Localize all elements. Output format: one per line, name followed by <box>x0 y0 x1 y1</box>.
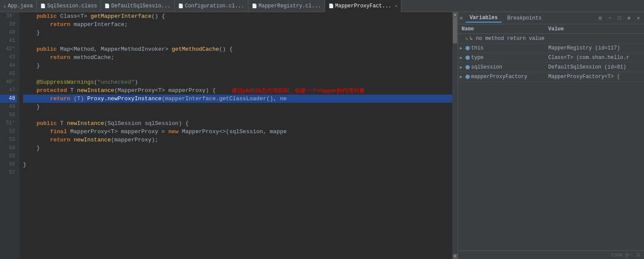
panel-tab-bar: ⊞ Variables Breakpoints ⊡ − □ ⚙ ✕ <box>458 12 644 24</box>
keyword-return-48: return <box>50 95 70 103</box>
code-line-40: } <box>23 29 452 37</box>
inline-comment-47: 通过jdk的动态代理机制，创建一个mapper的代理对象 <box>216 86 365 95</box>
defaultsql-file-icon: 📄 <box>104 3 110 9</box>
type-expand-arrow[interactable]: ▶ <box>460 55 464 60</box>
var-name-sqlsession: ▶ sqlSession <box>458 64 545 70</box>
var-value-mapperproxyfactory: MapperProxyFactory<T> ( <box>545 74 644 80</box>
var-row-no-return[interactable]: ↳ ↳ no method return value <box>458 34 644 43</box>
code-editor[interactable]: public Class<T> getMapperInterface() { r… <box>20 12 452 259</box>
this-expand-arrow[interactable]: ▶ <box>460 46 464 51</box>
panel-action-icons: ⊡ − □ ⚙ ✕ <box>596 14 642 22</box>
line-num-38: 38° <box>0 12 17 20</box>
tab-close-button[interactable]: ✕ <box>395 3 397 9</box>
tab-configuration[interactable]: 📄 Configuration.cl... <box>175 0 248 12</box>
line-num-43: 43 <box>0 53 17 62</box>
mapperregistry-file-icon: 📄 <box>252 3 257 9</box>
this-dot-icon <box>465 46 470 50</box>
line-num-40: 40 <box>0 29 17 37</box>
configuration-file-icon: 📄 <box>178 3 183 9</box>
scrollbar-thumb[interactable] <box>453 17 457 43</box>
tab-mapperregistry[interactable]: 📄 MapperRegistry.cl... <box>248 0 325 12</box>
keyword-public-51: public <box>36 119 57 128</box>
app-file-icon: ☕ <box>3 3 6 9</box>
header-value-col: Value <box>545 26 644 32</box>
scrollbar-down-button[interactable]: ▼ <box>452 254 458 259</box>
code-line-41 <box>23 37 452 45</box>
keyword-public-42: public <box>36 45 57 53</box>
mapperproxyfactory-expand-arrow[interactable]: ▶ <box>460 74 464 79</box>
line-num-55: 55 <box>0 152 17 161</box>
line-num-51: 51° <box>0 119 17 128</box>
keyword-public-38: public <box>36 12 57 20</box>
panel-separator-icon: ⊞ <box>460 15 463 21</box>
line-num-54: 54 <box>0 144 17 152</box>
method-getmethodcache: getMethodCache <box>172 45 219 53</box>
tab-variables[interactable]: Variables <box>465 14 502 23</box>
code-line-39: return mapperInterface; <box>23 20 452 29</box>
code-line-48: return (T) Proxy.newProxyInstance(mapper… <box>23 95 452 103</box>
line-num-56: 56 <box>0 161 17 169</box>
line-num-50: 50 <box>0 111 17 119</box>
keyword-new: new <box>168 128 178 136</box>
mapperproxyfactory-dot-icon <box>465 75 470 79</box>
var-value-this: MapperRegistry (id=117) <box>545 45 644 51</box>
method-newinstance-47: newInstance <box>77 86 114 95</box>
tab-mapperproxy[interactable]: 📄 MapperProxyFact... ✕ <box>325 0 402 12</box>
line-num-48: 48 <box>0 95 17 103</box>
code-line-44: } <box>23 62 452 70</box>
code-line-50 <box>23 111 452 119</box>
sqlsession-file-icon: 📄 <box>40 3 46 9</box>
keyword-return-43: return <box>50 53 70 62</box>
code-line-55 <box>23 152 452 161</box>
line-num-41: 41 <box>0 37 17 45</box>
code-line-57 <box>23 169 452 177</box>
scrollbar-track[interactable] <box>452 17 458 254</box>
string-unchecked: "unchecked" <box>98 78 135 86</box>
editor-scrollbar[interactable]: ▲ ▼ <box>452 12 458 259</box>
keyword-final: final <box>50 128 67 136</box>
line-num-53: 53 <box>0 136 17 144</box>
sqlsession-expand-arrow[interactable]: ▶ <box>460 65 464 70</box>
minimize-icon[interactable]: − <box>606 14 614 22</box>
line-num-42: 42° <box>0 45 17 53</box>
line-numbers: 38° 39 40 41 42° 43 44 45 46° 47 48 49 5… <box>0 12 20 259</box>
code-line-42: public Map<Method, MapperMethodInvoker> … <box>23 45 452 53</box>
line-num-49: 49 <box>0 103 17 111</box>
var-row-type[interactable]: ▶ type Class<T> (com.shan.hello.r <box>458 53 644 62</box>
code-line-46: @SuppressWarnings("unchecked") <box>23 78 452 86</box>
line-num-46: 46° <box>0 78 17 86</box>
editor-area: 38° 39 40 41 42° 43 44 45 46° 47 48 49 5… <box>0 12 458 259</box>
variables-table: Name Value ↳ ↳ no method return value ▶ … <box>458 24 644 250</box>
right-panel: ⊞ Variables Breakpoints ⊡ − □ ⚙ ✕ Name V… <box>458 12 644 259</box>
var-row-sqlsession[interactable]: ▶ sqlSession DefaultSqlSession (id=81) <box>458 62 644 72</box>
variables-table-header: Name Value <box>458 24 644 34</box>
code-line-51: public T newInstance(SqlSession sqlSessi… <box>23 119 452 128</box>
var-row-mapperproxyfactory[interactable]: ▶ mapperProxyFactory MapperProxyFactory<… <box>458 72 644 82</box>
line-num-39: 39 <box>0 20 17 29</box>
var-row-this[interactable]: ▶ this MapperRegistry (id=117) <box>458 43 644 53</box>
scrollbar-up-button[interactable]: ▲ <box>452 12 458 17</box>
highlighted-proxy-newproxyinstance: Proxy.newProxyInstance <box>87 95 162 103</box>
type-dot-icon <box>465 56 470 60</box>
return-indicator: ↳ <box>465 36 468 41</box>
settings-icon[interactable]: ⚙ <box>625 14 633 22</box>
code-line-38: public Class<T> getMapperInterface() { <box>23 12 452 20</box>
maximize-icon[interactable]: □ <box>615 14 623 22</box>
annotation-suppresswarnings: @SuppressWarnings <box>36 78 94 86</box>
line-num-44: 44 <box>0 62 17 70</box>
tab-breakpoints[interactable]: Breakpoints <box>503 14 546 22</box>
var-name-no-return: ↳ ↳ no method return value <box>458 35 545 42</box>
close-panel-icon[interactable]: ✕ <box>634 14 642 22</box>
tab-bar: ☕ App.java 📄 SqlSession.class 📄 DefaultS… <box>0 0 644 12</box>
keyword-protected: protected <box>36 86 67 95</box>
line-num-45: 45 <box>0 70 17 78</box>
restore-icon[interactable]: ⊡ <box>596 14 604 22</box>
tab-app[interactable]: ☕ App.java <box>0 0 37 12</box>
code-line-43: return methodCache; <box>23 53 452 62</box>
var-name-type: ▶ type <box>458 55 545 61</box>
header-name-col: Name <box>458 26 545 32</box>
tab-sqlsession[interactable]: 📄 SqlSession.class <box>37 0 101 12</box>
mapperproxy-file-icon: 📄 <box>329 3 334 9</box>
tab-defaultsql[interactable]: 📄 DefaultSqlSessio... <box>101 0 175 12</box>
var-name-mapperproxyfactory: ▶ mapperProxyFactory <box>458 74 545 80</box>
